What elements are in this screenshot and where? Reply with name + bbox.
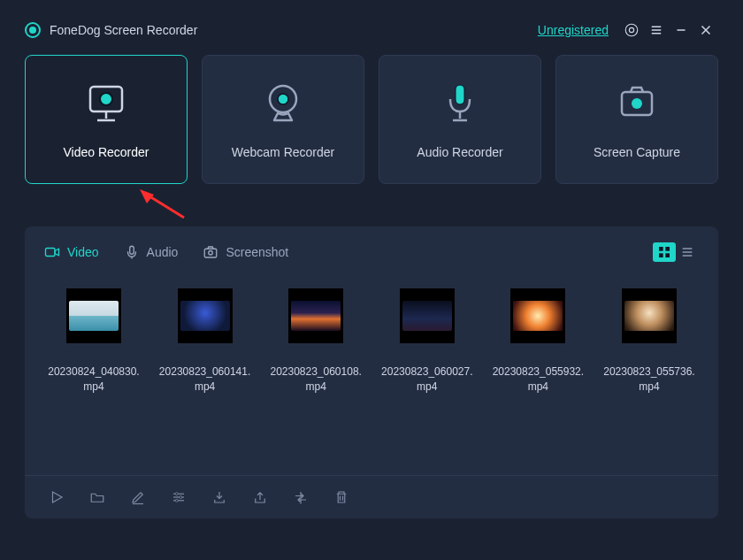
menu-icon[interactable] bbox=[644, 18, 669, 42]
svg-rect-24 bbox=[129, 246, 134, 254]
webcam-recorder-icon bbox=[259, 80, 307, 127]
recorder-cards: Video Recorder Webcam Recorder bbox=[0, 55, 743, 184]
card-label: Audio Recorder bbox=[417, 145, 502, 159]
screen-capture-icon bbox=[613, 80, 661, 127]
file-name: 20230823_055736.mp4 bbox=[600, 364, 699, 395]
unregistered-link[interactable]: Unregistered bbox=[538, 23, 609, 37]
svg-rect-29 bbox=[665, 247, 670, 251]
folder-icon[interactable] bbox=[88, 488, 106, 506]
logo-icon bbox=[25, 22, 41, 38]
card-audio-recorder[interactable]: Audio Recorder bbox=[379, 55, 541, 184]
card-screen-capture[interactable]: Screen Capture bbox=[555, 55, 718, 184]
file-name: 20230823_055932.mp4 bbox=[488, 364, 587, 395]
svg-marker-35 bbox=[53, 492, 63, 502]
svg-point-20 bbox=[632, 98, 642, 109]
svg-marker-22 bbox=[140, 189, 154, 203]
svg-rect-30 bbox=[659, 253, 663, 257]
file-cell[interactable]: 20230823_060108.mp4 bbox=[266, 288, 365, 395]
tab-audio[interactable]: Audio bbox=[124, 244, 179, 260]
svg-point-1 bbox=[629, 27, 633, 32]
settings-icon[interactable] bbox=[619, 18, 644, 42]
recordings-panel: Video Audio Screenshot bbox=[25, 226, 718, 518]
arrow-annotation-icon bbox=[138, 189, 191, 225]
file-cell[interactable]: 20230824_040830.mp4 bbox=[44, 288, 143, 395]
titlebar: FoneDog Screen Recorder Unregistered bbox=[0, 0, 743, 55]
svg-rect-31 bbox=[665, 253, 670, 257]
app-window: FoneDog Screen Recorder Unregistered bbox=[0, 0, 743, 560]
tab-label: Audio bbox=[147, 245, 179, 259]
svg-point-27 bbox=[209, 251, 213, 256]
minimize-icon[interactable] bbox=[669, 18, 693, 42]
audio-recorder-icon bbox=[436, 80, 484, 127]
tabs: Video Audio Screenshot bbox=[25, 226, 718, 269]
file-cell[interactable]: 20230823_055932.mp4 bbox=[488, 288, 587, 395]
play-icon[interactable] bbox=[48, 488, 65, 506]
card-webcam-recorder[interactable]: Webcam Recorder bbox=[202, 55, 364, 184]
svg-point-42 bbox=[175, 499, 178, 502]
file-cell[interactable]: 20230823_060141.mp4 bbox=[156, 288, 255, 395]
share-icon[interactable] bbox=[251, 488, 269, 506]
file-cell[interactable]: 20230823_060027.mp4 bbox=[378, 288, 477, 395]
file-name: 20230823_060027.mp4 bbox=[378, 364, 477, 395]
file-thumbnail bbox=[66, 288, 121, 343]
download-icon[interactable] bbox=[211, 488, 228, 506]
convert-icon[interactable] bbox=[292, 488, 310, 506]
file-thumbnail bbox=[178, 288, 233, 343]
edit-icon[interactable] bbox=[129, 488, 147, 506]
file-name: 20230823_060108.mp4 bbox=[266, 364, 365, 395]
card-video-recorder[interactable]: Video Recorder bbox=[25, 55, 188, 184]
view-list-button[interactable] bbox=[676, 242, 699, 262]
svg-point-41 bbox=[180, 496, 182, 499]
file-thumbnail bbox=[288, 288, 343, 343]
tab-screenshot[interactable]: Screenshot bbox=[203, 244, 288, 260]
svg-point-40 bbox=[175, 493, 178, 495]
delete-icon[interactable] bbox=[333, 488, 350, 506]
video-recorder-icon bbox=[82, 80, 130, 127]
card-label: Video Recorder bbox=[63, 145, 149, 159]
app-title: FoneDog Screen Recorder bbox=[50, 23, 197, 37]
file-grid: 20230824_040830.mp4 20230823_060141.mp4 … bbox=[25, 269, 718, 395]
tab-label: Screenshot bbox=[226, 245, 288, 259]
svg-point-0 bbox=[625, 24, 638, 36]
file-thumbnail bbox=[622, 288, 677, 343]
svg-rect-23 bbox=[46, 249, 56, 257]
close-icon[interactable] bbox=[693, 18, 718, 42]
svg-rect-16 bbox=[456, 85, 464, 104]
view-toggle bbox=[653, 242, 699, 262]
card-label: Screen Capture bbox=[594, 145, 680, 159]
file-name: 20230824_040830.mp4 bbox=[44, 364, 143, 395]
svg-rect-28 bbox=[659, 247, 663, 251]
file-cell[interactable]: 20230823_055736.mp4 bbox=[600, 288, 699, 395]
panel-toolbar bbox=[25, 475, 718, 518]
svg-line-21 bbox=[147, 195, 184, 218]
file-thumbnail bbox=[510, 288, 565, 343]
tab-label: Video bbox=[67, 245, 99, 259]
view-grid-button[interactable] bbox=[653, 242, 676, 262]
svg-rect-26 bbox=[205, 249, 218, 257]
file-name: 20230823_060141.mp4 bbox=[156, 364, 255, 395]
card-label: Webcam Recorder bbox=[232, 145, 334, 159]
sliders-icon[interactable] bbox=[170, 488, 188, 506]
file-thumbnail bbox=[400, 288, 455, 343]
tab-video[interactable]: Video bbox=[44, 244, 99, 260]
